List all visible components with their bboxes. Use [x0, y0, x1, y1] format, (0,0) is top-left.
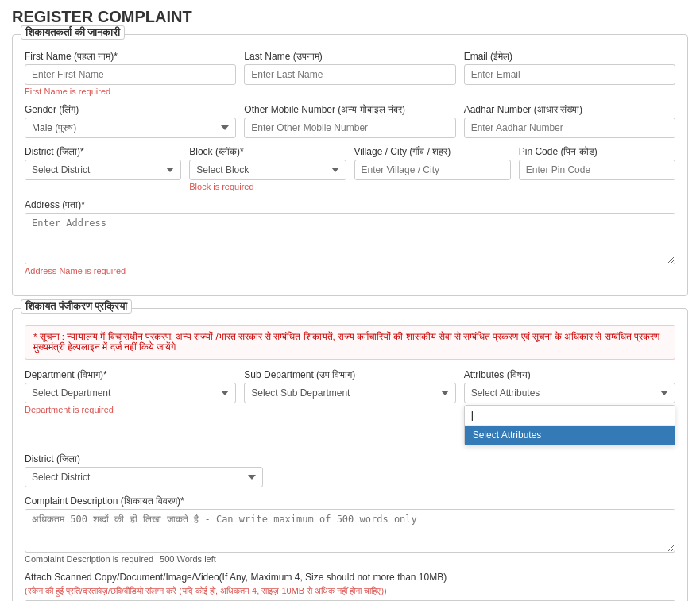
pincode-label: Pin Code (पिन कोड) [519, 146, 675, 157]
village-group: Village / City (गाँव / शहर) [354, 146, 511, 180]
first-name-input[interactable] [25, 64, 236, 85]
village-input[interactable] [354, 160, 511, 180]
info-text: * सूचना : न्यायालय में विचाराधीन प्रकरण,… [33, 332, 659, 352]
department-select[interactable]: Select Department [25, 383, 236, 403]
mobile-input[interactable] [244, 118, 455, 138]
row-dept: Department (विभाग)* Select Department De… [25, 369, 675, 445]
info-box: * सूचना : न्यायालय में विचाराधीन प्रकरण,… [25, 325, 675, 360]
email-input[interactable] [464, 64, 675, 85]
aadhar-label: Aadhar Number (आधार संख्या) [464, 104, 675, 115]
complaint-desc-input[interactable] [25, 509, 675, 553]
attach-label: Attach Scanned Copy/Document/Image/Video… [25, 572, 675, 583]
pincode-input[interactable] [519, 160, 675, 180]
complainant-section: शिकायतकर्ता की जानकारी First Name (पहला … [12, 34, 688, 296]
attach-section: Attach Scanned Copy/Document/Image/Video… [25, 572, 675, 601]
district2-label: District (जिला) [25, 453, 263, 464]
complainant-legend: शिकायतकर्ता की जानकारी [21, 25, 125, 40]
complaint-legend: शिकायत पंजीकरण प्रक्रिया [21, 299, 132, 314]
gender-label: Gender (लिंग) [25, 104, 236, 115]
complaint-desc-footer: Complaint Description is required 500 Wo… [25, 554, 675, 564]
first-name-error: First Name is required [25, 87, 236, 96]
last-name-input[interactable] [244, 64, 455, 85]
block-select[interactable]: Select Block [189, 160, 346, 180]
email-group: Email (ईमेल) [464, 51, 675, 85]
row-location: District (जिला)* Select District Block (… [25, 146, 675, 191]
complaint-desc-label: Complaint Description (शिकायत विवरण)* [25, 495, 675, 507]
mobile-group: Other Mobile Number (अन्य मोबाइल नंबर) [244, 104, 455, 138]
sub-dept-group: Sub Department (उप विभाग) Select Sub Dep… [244, 369, 455, 403]
first-name-label: First Name (पहला नाम)* [25, 51, 236, 62]
district2-group: District (जिला) Select District [25, 453, 263, 487]
village-label: Village / City (गाँव / शहर) [354, 146, 511, 157]
attributes-option[interactable]: Select Attributes [465, 426, 675, 445]
complaint-desc-error: Complaint Description is required [25, 554, 153, 564]
department-label: Department (विभाग)* [25, 369, 236, 380]
complaint-section: शिकायत पंजीकरण प्रक्रिया * सूचना : न्याय… [12, 308, 688, 601]
last-name-label: Last Name (उपनाम) [244, 51, 455, 62]
email-label: Email (ईमेल) [464, 51, 675, 62]
attributes-dropdown: Select Attributes [464, 405, 675, 445]
district-group: District (जिला)* Select District [25, 146, 181, 180]
page-container: REGISTER COMPLAINT शिकायतकर्ता की जानकार… [0, 0, 700, 601]
row-district2: District (जिला) Select District [25, 453, 675, 487]
mobile-label: Other Mobile Number (अन्य मोबाइल नंबर) [244, 104, 455, 115]
attributes-search-input[interactable] [465, 406, 675, 426]
address-label: Address (पता)* [25, 199, 675, 210]
district-select[interactable]: Select District [25, 160, 181, 180]
sub-dept-select[interactable]: Select Sub Department [244, 383, 455, 403]
address-group: Address (पता)* Address Name is required [25, 199, 675, 275]
row-gender-mobile: Gender (लिंग) Male (पुरुष) Other Mobile … [25, 104, 675, 138]
attributes-select[interactable]: Select Attributes [464, 383, 675, 403]
pincode-group: Pin Code (पिन कोड) [519, 146, 675, 180]
last-name-group: Last Name (उपनाम) [244, 51, 455, 85]
gender-group: Gender (लिंग) Male (पुरुष) [25, 104, 236, 138]
address-input[interactable] [25, 213, 675, 264]
complaint-desc-words: 500 Words left [160, 554, 216, 564]
block-label: Block (ब्लॉक)* [189, 146, 346, 157]
address-error: Address Name is required [25, 266, 675, 275]
row-address: Address (पता)* Address Name is required [25, 199, 675, 275]
department-group: Department (विभाग)* Select Department De… [25, 369, 236, 414]
page-title: REGISTER COMPLAINT [12, 8, 688, 26]
attributes-label: Attributes (विषय) [464, 369, 675, 380]
row-names: First Name (पहला नाम)* First Name is req… [25, 51, 675, 96]
block-group: Block (ब्लॉक)* Select Block Block is req… [189, 146, 346, 191]
department-error: Department is required [25, 405, 236, 414]
aadhar-input[interactable] [464, 118, 675, 138]
gender-select[interactable]: Male (पुरुष) [25, 118, 236, 138]
block-error: Block is required [189, 182, 346, 191]
attach-sublabel: (स्कैन की हुई प्रति/दस्तावेज़/छवि/वीडियो… [25, 586, 675, 596]
complaint-desc-group: Complaint Description (शिकायत विवरण)* Co… [25, 495, 675, 564]
district-label: District (जिला)* [25, 146, 181, 157]
district2-select[interactable]: Select District [25, 467, 263, 487]
sub-dept-label: Sub Department (उप विभाग) [244, 369, 455, 380]
attributes-group: Attributes (विषय) Select Attributes Sele… [464, 369, 675, 445]
aadhar-group: Aadhar Number (आधार संख्या) [464, 104, 675, 138]
row-complaint-desc: Complaint Description (शिकायत विवरण)* Co… [25, 495, 675, 564]
first-name-group: First Name (पहला नाम)* First Name is req… [25, 51, 236, 96]
